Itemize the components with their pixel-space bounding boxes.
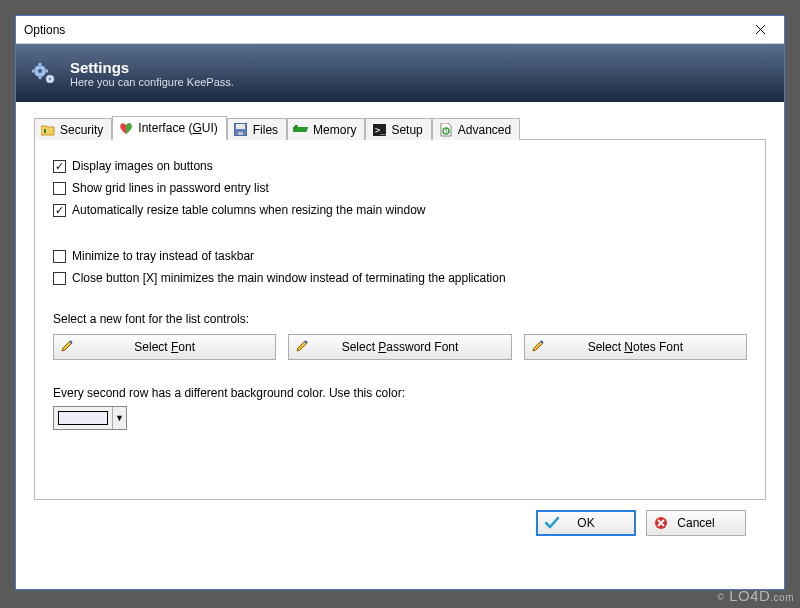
- close-icon: [755, 24, 766, 35]
- terminal-icon: >_: [371, 122, 387, 138]
- button-label: Select Password Font: [342, 340, 459, 354]
- pen-icon: [60, 339, 74, 356]
- select-password-font-button[interactable]: Select Password Font: [288, 334, 511, 360]
- svg-point-1: [38, 69, 42, 73]
- row-color-picker[interactable]: ▼: [53, 406, 127, 430]
- row-color-label: Every second row has a different backgro…: [53, 386, 747, 400]
- tab-label: Interface (GUI): [138, 121, 217, 135]
- memory-icon: [293, 122, 309, 138]
- gear-icon: [28, 57, 60, 89]
- select-notes-font-button[interactable]: Select Notes Font: [524, 334, 747, 360]
- color-swatch: [58, 411, 108, 425]
- cancel-button[interactable]: Cancel: [646, 510, 746, 536]
- font-section-label: Select a new font for the list controls:: [53, 312, 747, 326]
- banner-title: Settings: [70, 59, 234, 76]
- check-label: Show grid lines in password entry list: [72, 181, 269, 195]
- svg-point-3: [49, 78, 52, 81]
- checkbox-icon: [53, 182, 66, 195]
- check-label: Close button [X] minimizes the main wind…: [72, 271, 506, 285]
- svg-rect-7: [238, 132, 243, 135]
- tab-advanced[interactable]: Advanced: [432, 118, 520, 140]
- floppy-icon: [233, 122, 249, 138]
- check-grid-lines[interactable]: Show grid lines in password entry list: [53, 178, 747, 198]
- chevron-down-icon: ▼: [112, 407, 126, 429]
- check-label: Minimize to tray instead of taskbar: [72, 249, 254, 263]
- button-label: Select Notes Font: [588, 340, 683, 354]
- tab-label: Security: [60, 123, 103, 137]
- font-button-row: Select Font Select Password Font Select …: [53, 334, 747, 360]
- document-icon: [438, 122, 454, 138]
- check-label: Display images on buttons: [72, 159, 213, 173]
- ok-button[interactable]: OK: [536, 510, 636, 536]
- button-label: Cancel: [677, 516, 714, 530]
- banner-subtitle: Here you can configure KeePass.: [70, 76, 234, 88]
- svg-text:>_: >_: [375, 125, 386, 135]
- check-icon: [545, 516, 559, 530]
- tab-files[interactable]: Files: [227, 118, 287, 140]
- options-dialog: Options Settings Here you can configure …: [15, 15, 785, 590]
- checkbox-icon: [53, 160, 66, 173]
- tab-label: Files: [253, 123, 278, 137]
- button-label: OK: [577, 516, 594, 530]
- checkbox-icon: [53, 272, 66, 285]
- pen-icon: [531, 339, 545, 356]
- tab-label: Advanced: [458, 123, 511, 137]
- heart-icon: [118, 120, 134, 136]
- svg-rect-4: [44, 129, 46, 133]
- header-banner: Settings Here you can configure KeePass.: [16, 44, 784, 102]
- checkbox-icon: [53, 250, 66, 263]
- close-button[interactable]: [744, 20, 776, 40]
- check-label: Automatically resize table columns when …: [72, 203, 426, 217]
- button-label: Select Font: [134, 340, 195, 354]
- tab-security[interactable]: Security: [34, 118, 112, 140]
- tab-content: Display images on buttons Show grid line…: [34, 140, 766, 500]
- check-minimize-tray[interactable]: Minimize to tray instead of taskbar: [53, 246, 747, 266]
- titlebar: Options: [16, 16, 784, 44]
- svg-rect-6: [236, 124, 245, 129]
- pen-icon: [295, 339, 309, 356]
- check-close-minimize[interactable]: Close button [X] minimizes the main wind…: [53, 268, 747, 288]
- tab-label: Memory: [313, 123, 356, 137]
- tab-setup[interactable]: >_ Setup: [365, 118, 431, 140]
- tab-interface[interactable]: Interface (GUI): [112, 116, 226, 140]
- window-title: Options: [24, 23, 65, 37]
- dialog-footer: OK Cancel: [34, 500, 766, 536]
- select-font-button[interactable]: Select Font: [53, 334, 276, 360]
- error-icon: [654, 516, 668, 530]
- tab-memory[interactable]: Memory: [287, 118, 365, 140]
- watermark: © LO4D.com: [717, 587, 794, 604]
- folder-icon: [40, 122, 56, 138]
- tab-label: Setup: [391, 123, 422, 137]
- check-display-images[interactable]: Display images on buttons: [53, 156, 747, 176]
- checkbox-icon: [53, 204, 66, 217]
- check-auto-resize[interactable]: Automatically resize table columns when …: [53, 200, 747, 220]
- tab-strip: Security Interface (GUI) Files Memory: [34, 116, 766, 140]
